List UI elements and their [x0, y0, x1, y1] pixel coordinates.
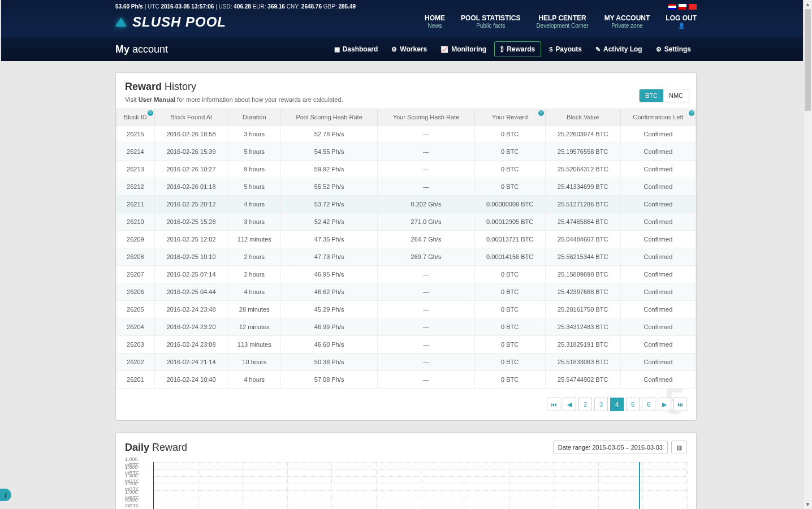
table-row[interactable]: 262102016-02-25 15:283 hours52.42 Ph/s27… — [116, 213, 696, 231]
help-icon[interactable]: ? — [689, 110, 694, 116]
table-row[interactable]: 262132016-02-26 10:279 hours59.92 Ph/s--… — [116, 161, 696, 178]
nav-help-center[interactable]: HELP CENTERDevelopment Corner — [536, 14, 588, 29]
gridline — [465, 462, 465, 509]
gridline — [421, 462, 421, 509]
bar-chart-icon: ▥ — [676, 444, 682, 451]
chart-type-button[interactable]: ▥ — [671, 441, 687, 454]
workers-icon: ⚙ — [391, 46, 397, 53]
table-row[interactable]: 262072016-02-25 07:142 hours46.95 Ph/s--… — [116, 266, 696, 283]
pager-page-2[interactable]: 2 — [578, 398, 592, 411]
tab-activity-log[interactable]: ✎Activity Log — [590, 42, 648, 57]
flag-cn-icon[interactable] — [689, 4, 697, 10]
hashrate: 53.60 Ph/s — [115, 3, 143, 10]
table-row[interactable]: 262052016-02-24 23:4828 minutes45.29 Ph/… — [116, 301, 696, 318]
reward-history-title: Reward History — [125, 81, 687, 93]
daily-reward-chart: 1.800 mBTC1.600 mBTC1.400 mBTC1.200 mBTC… — [116, 462, 696, 509]
monitoring-icon: 📈 — [440, 46, 448, 53]
activity log-icon: ✎ — [595, 46, 601, 53]
reward-history-panel: Reward History Visit User Manual for mor… — [115, 72, 697, 421]
dashboard-icon: ▦ — [334, 46, 340, 53]
col-block-value: Block Value — [545, 109, 620, 126]
daily-reward-title: Daily Reward — [125, 442, 187, 454]
payouts-icon: $ — [549, 46, 552, 53]
language-flags — [668, 4, 697, 10]
table-row[interactable]: 262082016-02-25 10:102 hours47.73 Ph/s26… — [116, 248, 696, 266]
col-block-found-at: Block Found At — [154, 109, 228, 126]
scroll-up-icon[interactable]: ▲ — [804, 0, 812, 9]
gridline — [598, 462, 599, 509]
tab-workers[interactable]: ⚙Workers — [386, 42, 433, 57]
pager-next-icon[interactable]: ▶ — [658, 398, 671, 411]
logo-triangle-icon — [115, 18, 127, 27]
pager-page-5[interactable]: 5 — [626, 398, 640, 411]
gridline — [198, 462, 199, 509]
col-your-reward: Your Reward? — [474, 109, 545, 126]
pager-first-icon[interactable]: ⏮ — [547, 398, 560, 411]
table-row[interactable]: 262142016-02-26 15:395 hours54.55 Ph/s--… — [116, 143, 696, 161]
flag-en-icon[interactable] — [668, 4, 676, 10]
table-row[interactable]: 262112016-02-25 20:124 hours53.72 Ph/s0.… — [116, 196, 696, 213]
col-block-id: Block ID? — [116, 109, 155, 126]
tab-monitoring[interactable]: 📈Monitoring — [435, 42, 492, 57]
coin-btc-button[interactable]: BTC — [640, 89, 663, 102]
top-stats: 53.60 Ph/s | UTC 2016-03-05 13:57:06 | U… — [115, 3, 356, 10]
logo[interactable]: SLUSH POOL — [115, 14, 226, 30]
table-row[interactable]: 262122016-02-26 01:185 hours55.52 Ph/s--… — [116, 178, 696, 196]
table-row[interactable]: 262032016-02-24 23:08113 minutes46.60 Ph… — [116, 336, 696, 353]
gridline — [376, 462, 377, 509]
help-icon[interactable]: ? — [148, 110, 153, 116]
top-bar: 53.60 Ph/s | UTC 2016-03-05 13:57:06 | U… — [115, 0, 697, 10]
nav-home[interactable]: HOMENews — [425, 14, 445, 29]
date-range-input[interactable]: Date range: 2015-03-05 – 2016-03-03 — [553, 441, 668, 454]
col-confirmations-left: Confirmations Left? — [620, 109, 696, 126]
table-row[interactable]: 262022016-02-24 21:1410 hours50.38 Ph/s-… — [116, 353, 696, 371]
nav-log-out[interactable]: LOG OUT👤 — [666, 14, 697, 29]
scroll-thumb[interactable] — [805, 9, 811, 111]
pager-prev-icon[interactable]: ◀ — [563, 398, 576, 411]
tab-rewards[interactable]: ₿Rewards — [494, 41, 541, 57]
reward-history-subtitle: Visit User Manual for more information a… — [125, 96, 687, 103]
coin-nmc-button[interactable]: NMC — [663, 89, 689, 102]
col-your-scoring-hash-rate: Your Scoring Hash Rate — [378, 109, 475, 126]
gridline — [687, 462, 688, 509]
chart-bar — [639, 462, 640, 509]
scrollbar[interactable]: ▲ ▼ — [803, 0, 812, 509]
rewards-table: Block ID?Block Found AtDurationPool Scor… — [116, 109, 696, 389]
settings-icon: ⚙ — [656, 46, 662, 53]
table-row[interactable]: 262092016-02-25 12:02112 minutes47.35 Ph… — [116, 231, 696, 248]
pager-page-4[interactable]: 4 — [610, 398, 624, 411]
user-manual-link[interactable]: User Manual — [139, 96, 175, 103]
tab-payouts[interactable]: $Payouts — [543, 42, 588, 57]
gridline — [554, 462, 554, 509]
table-row[interactable]: 262042016-02-24 23:2012 minutes46.99 Ph/… — [116, 318, 696, 336]
gridline — [243, 462, 243, 509]
col-pool-scoring-hash-rate: Pool Scoring Hash Rate — [280, 109, 377, 126]
flag-pl-icon[interactable] — [679, 4, 686, 10]
gridline — [509, 462, 510, 509]
gridline — [642, 462, 643, 509]
table-row[interactable]: 262012016-02-24 10:404 hours57.08 Ph/s--… — [116, 371, 696, 389]
table-row[interactable]: 262062016-02-25 04:444 hours46.62 Ph/s--… — [116, 283, 696, 301]
pagination: 5 ⏮ ◀ 23456 ▶ ⏭ — [116, 389, 696, 420]
tab-settings[interactable]: ⚙Settings — [650, 42, 697, 57]
coin-toggle: BTC NMC — [639, 89, 689, 102]
col-duration: Duration — [228, 109, 280, 126]
pager-page-3[interactable]: 3 — [594, 398, 608, 411]
tab-dashboard[interactable]: ▦Dashboard — [329, 42, 384, 57]
daily-reward-panel: Daily Reward Date range: 2015-03-05 – 20… — [115, 432, 697, 509]
scroll-down-icon[interactable]: ▼ — [804, 500, 812, 509]
pager-last-icon[interactable]: ⏭ — [673, 398, 687, 411]
header: 53.60 Ph/s | UTC 2016-03-05 13:57:06 | U… — [1, 0, 811, 61]
page-title: My account — [115, 44, 168, 55]
nav-pool-statistics[interactable]: POOL STATISTICSPublic facts — [461, 14, 520, 29]
y-tick: 0.800 mBTC — [125, 497, 151, 508]
main-nav: SLUSH POOL HOMENewsPOOL STATISTICSPublic… — [115, 14, 697, 30]
gridline — [287, 462, 288, 509]
help-icon[interactable]: ? — [538, 110, 544, 116]
table-row[interactable]: 262152016-02-26 18:583 hours52.78 Ph/s--… — [116, 126, 696, 143]
sub-nav: My account ▦Dashboard⚙Workers📈Monitoring… — [1, 37, 811, 61]
pager-page-6[interactable]: 6 — [642, 398, 655, 411]
gridline — [331, 462, 332, 509]
nav-my-account[interactable]: MY ACCOUNTPrivate zone — [604, 14, 650, 29]
rewards-icon: ₿ — [500, 46, 504, 53]
